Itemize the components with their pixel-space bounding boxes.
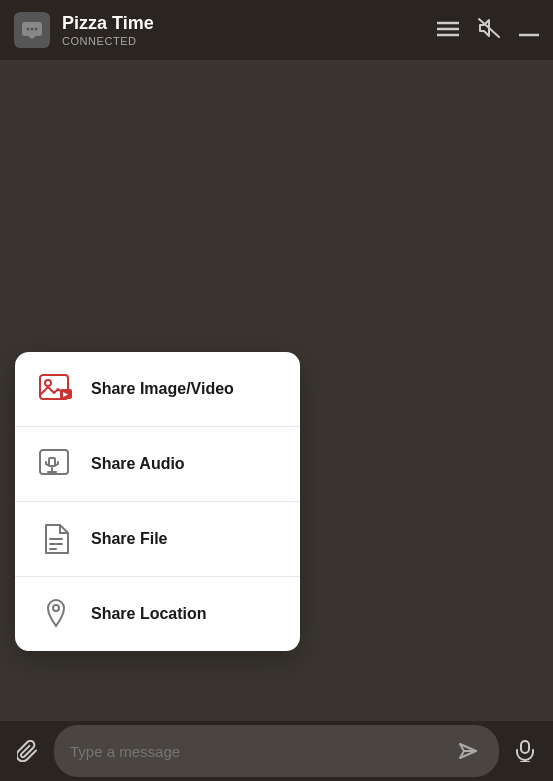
image-video-icon bbox=[37, 370, 75, 408]
hamburger-icon[interactable] bbox=[437, 19, 459, 42]
file-icon bbox=[37, 520, 75, 558]
bottom-bar bbox=[0, 721, 553, 781]
app-logo bbox=[14, 12, 50, 48]
share-audio-item[interactable]: Share Audio bbox=[15, 427, 300, 502]
microphone-button[interactable] bbox=[507, 733, 543, 769]
share-file-label: Share File bbox=[91, 530, 167, 548]
svg-point-3 bbox=[35, 28, 38, 31]
message-input[interactable] bbox=[70, 743, 453, 760]
share-popup-menu: Share Image/Video Share Audio bbox=[15, 352, 300, 651]
share-image-video-label: Share Image/Video bbox=[91, 380, 234, 398]
share-file-item[interactable]: Share File bbox=[15, 502, 300, 577]
header: Pizza Time CONNECTED bbox=[0, 0, 553, 60]
share-location-label: Share Location bbox=[91, 605, 207, 623]
svg-point-19 bbox=[53, 605, 59, 611]
share-location-item[interactable]: Share Location bbox=[15, 577, 300, 651]
location-icon bbox=[37, 595, 75, 633]
attach-button[interactable] bbox=[10, 733, 46, 769]
audio-icon bbox=[37, 445, 75, 483]
chat-area: Share Image/Video Share Audio bbox=[0, 60, 553, 721]
svg-rect-21 bbox=[521, 741, 529, 753]
mute-icon[interactable] bbox=[477, 17, 501, 44]
svg-rect-13 bbox=[49, 458, 55, 466]
message-input-wrapper[interactable] bbox=[54, 725, 499, 777]
send-button[interactable] bbox=[453, 735, 483, 767]
minimize-icon[interactable] bbox=[519, 19, 539, 42]
chat-title: Pizza Time bbox=[62, 13, 437, 35]
header-icons bbox=[437, 17, 539, 44]
svg-point-1 bbox=[27, 28, 30, 31]
header-title-area: Pizza Time CONNECTED bbox=[62, 13, 437, 47]
share-audio-label: Share Audio bbox=[91, 455, 185, 473]
svg-point-2 bbox=[31, 28, 34, 31]
share-image-video-item[interactable]: Share Image/Video bbox=[15, 352, 300, 427]
svg-point-10 bbox=[45, 380, 51, 386]
connection-status: CONNECTED bbox=[62, 35, 437, 47]
